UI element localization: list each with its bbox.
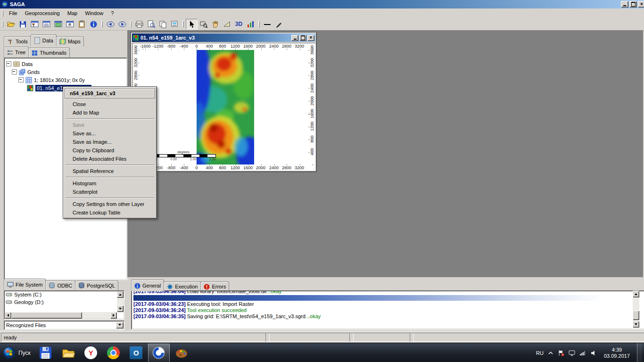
map-window-titlebar[interactable]: 01. n54_e159_1arc_v3 ×	[132, 33, 315, 42]
map-canvas[interactable]: -1600 -1200 -800 -400 0 400 800 1200 160…	[132, 43, 315, 171]
menu-window[interactable]: Window	[81, 9, 107, 17]
tree-item-grid-system[interactable]: 1; 1801x 3601y; 0x 0y	[18, 76, 126, 84]
draw-button[interactable]	[273, 19, 285, 29]
scroll-down-button[interactable]	[117, 305, 124, 312]
tab-general[interactable]: General	[131, 280, 164, 291]
drive-item[interactable]: Geology (D:)	[4, 298, 124, 306]
scroll-up-button[interactable]	[117, 291, 124, 298]
network-icon[interactable]	[579, 350, 586, 356]
toolbar-gripper[interactable]	[101, 21, 103, 27]
toolbar-gripper[interactable]	[130, 21, 132, 27]
tab-tools[interactable]: Tools	[4, 36, 31, 46]
workspace-tools-button[interactable]	[29, 19, 41, 29]
taskbar-item-paint[interactable]	[171, 344, 192, 362]
menu-help[interactable]: ?	[107, 9, 117, 17]
menu-item-save-as-image[interactable]: Save as Image...	[65, 138, 155, 146]
menu-item-spatial-reference[interactable]: Spatial Reference	[65, 167, 155, 175]
menubar-gripper[interactable]	[2, 10, 3, 16]
menu-item-copy-to-clipboard[interactable]: Copy to Clipboard	[65, 146, 155, 155]
scroll-down-button[interactable]	[633, 321, 639, 328]
view-3d-button[interactable]: 3D	[233, 19, 245, 29]
tab-file-system[interactable]: File System	[4, 279, 46, 290]
copy-button[interactable]	[157, 19, 169, 29]
tab-odbc[interactable]: ODBC	[45, 280, 75, 290]
menu-item-save-as[interactable]: Save as...	[65, 129, 155, 138]
map-close-button[interactable]: ×	[307, 35, 314, 41]
expander-icon[interactable]	[12, 69, 17, 74]
open-button[interactable]	[5, 19, 17, 29]
drive-list-vscrollbar[interactable]	[117, 291, 124, 312]
file-filter-select[interactable]: Recognized Files	[4, 321, 124, 330]
properties-button[interactable]	[64, 19, 76, 29]
save-button[interactable]	[17, 19, 29, 29]
copy-image-button[interactable]	[169, 19, 181, 29]
drive-list-hscrollbar[interactable]	[5, 312, 117, 319]
scrollbar-thumb[interactable]	[11, 312, 82, 319]
combo-dropdown-icon[interactable]	[116, 322, 124, 329]
print-button[interactable]	[133, 19, 145, 29]
scroll-up-button[interactable]	[633, 291, 639, 297]
minimize-button[interactable]	[621, 1, 628, 8]
menu-item-scatterplot[interactable]: Scatterplot	[65, 188, 155, 196]
map-window[interactable]: 01. n54_e159_1arc_v3 × -1600 -1200 -800 …	[131, 32, 317, 172]
tray-expand-icon[interactable]	[548, 350, 553, 356]
zoom-tool-button[interactable]	[198, 19, 209, 29]
menu-item-delete-associated-files[interactable]: Delete Associated Files	[65, 155, 155, 163]
info-button[interactable]	[88, 19, 99, 29]
display-icon[interactable]	[569, 350, 575, 356]
menu-file[interactable]: File	[5, 9, 21, 17]
tab-errors[interactable]: Errors	[200, 281, 229, 291]
pointer-tool-button[interactable]	[186, 19, 198, 29]
volume-icon[interactable]	[590, 350, 597, 356]
app-titlebar[interactable]: SAGA ×	[0, 0, 644, 8]
menu-item-add-to-map[interactable]: Add to Map	[65, 108, 155, 117]
tab-postgresql[interactable]: PostgreSQL	[75, 280, 118, 290]
expander-icon[interactable]	[6, 61, 11, 66]
measure-line-button[interactable]	[262, 19, 273, 29]
toolbar-gripper[interactable]	[182, 21, 184, 27]
menu-item-create-lookup-table[interactable]: Create Lookup Table	[65, 208, 155, 217]
action-center-flag-icon[interactable]	[558, 350, 564, 356]
language-indicator[interactable]: RU	[536, 350, 544, 356]
taskbar-item-chrome[interactable]	[103, 344, 124, 362]
log-vscrollbar[interactable]	[633, 291, 639, 328]
restore-button[interactable]	[629, 1, 637, 8]
workspace-data-button[interactable]	[41, 19, 52, 29]
tab-maps[interactable]: Maps	[56, 36, 84, 46]
view-chart-button[interactable]	[245, 19, 256, 29]
nav-forward-button[interactable]	[116, 19, 128, 29]
menu-item-histogram[interactable]: Histogram	[65, 179, 155, 188]
taskbar-item-save-app[interactable]	[35, 344, 57, 362]
menu-map[interactable]: Map	[64, 9, 81, 17]
start-button[interactable]: Пуск	[0, 343, 34, 362]
map-minimize-button[interactable]	[291, 35, 298, 41]
nav-back-button[interactable]	[105, 19, 116, 29]
toolbar-gripper[interactable]	[2, 21, 3, 27]
taskbar-item-outlook[interactable]	[125, 344, 147, 362]
tab-tree[interactable]: Tree	[4, 47, 29, 58]
scroll-right-button[interactable]	[110, 312, 117, 319]
taskbar-item-saga[interactable]	[148, 344, 170, 362]
workspace-maps-button[interactable]	[52, 19, 64, 29]
scroll-left-button[interactable]	[5, 312, 11, 319]
pan-tool-button[interactable]	[209, 19, 221, 29]
show-desktop-button[interactable]	[637, 343, 642, 362]
measure-area-button[interactable]	[221, 19, 233, 29]
drive-item[interactable]: System (C:)	[4, 291, 124, 298]
tab-data[interactable]: Data	[31, 34, 57, 46]
expander-icon[interactable]	[18, 77, 24, 82]
tab-execution[interactable]: Execution	[164, 281, 201, 291]
menu-item-close[interactable]: Close	[65, 100, 155, 108]
close-button[interactable]: ×	[638, 1, 644, 8]
drive-list[interactable]: System (C:) Geology (D:)	[4, 290, 124, 320]
print-preview-button[interactable]	[145, 19, 157, 29]
taskbar-item-explorer[interactable]	[58, 344, 79, 362]
tree-item-data[interactable]: Data	[6, 60, 126, 68]
log-output[interactable]: [2017-09-03/04:36:04] Load library: tool…	[131, 290, 644, 329]
clock[interactable]: 4:39 03.09.2017	[601, 347, 633, 359]
toolbar-gripper[interactable]	[258, 21, 260, 27]
tree-item-grids[interactable]: Grids	[12, 68, 126, 76]
map-maximize-button[interactable]	[299, 35, 306, 41]
menu-geoprocessing[interactable]: Geoprocessing	[21, 9, 64, 17]
taskbar-item-yandex[interactable]	[80, 344, 102, 362]
